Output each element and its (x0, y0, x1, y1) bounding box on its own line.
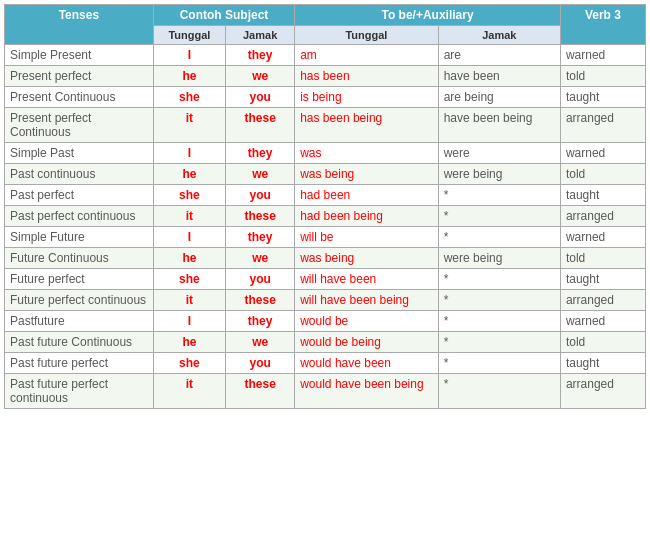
tobe-jamak: * (438, 227, 560, 248)
verb3-value: arranged (560, 206, 645, 227)
tobe-jamak: * (438, 185, 560, 206)
table-row: Future perfectsheyouwill have been*taugh… (5, 269, 646, 290)
tense-name: Past future Continuous (5, 332, 154, 353)
subject-tunggal: I (153, 143, 225, 164)
tobe-tunggal: will have been being (295, 290, 439, 311)
tobe-tunggal: has been (295, 66, 439, 87)
subject-tunggal: it (153, 206, 225, 227)
table-row: Past perfect continuousitthesehad been b… (5, 206, 646, 227)
tobe-jamak: were (438, 143, 560, 164)
subject-tunggal: I (153, 45, 225, 66)
tobe-tunggal: was (295, 143, 439, 164)
tense-name: Present Continuous (5, 87, 154, 108)
subject-tunggal: she (153, 185, 225, 206)
verb3-value: taught (560, 185, 645, 206)
tobe-tunggal: am (295, 45, 439, 66)
verb3-value: told (560, 332, 645, 353)
subject-tunggal: it (153, 374, 225, 409)
tobe-tunggal: would be (295, 311, 439, 332)
subject-tunggal: he (153, 332, 225, 353)
subject-jamak: they (226, 45, 295, 66)
subject-jamak: these (226, 290, 295, 311)
tobe-jamak: have been (438, 66, 560, 87)
table-row: Past perfectsheyouhad been*taught (5, 185, 646, 206)
tobe-jamak: were being (438, 248, 560, 269)
verb3-value: warned (560, 143, 645, 164)
tense-name: Future perfect (5, 269, 154, 290)
tense-name: Simple Present (5, 45, 154, 66)
table-row: Present perfect Continuousitthesehas bee… (5, 108, 646, 143)
subject-jamak: we (226, 66, 295, 87)
tense-name: Present perfect Continuous (5, 108, 154, 143)
sub-tunggal-1: Tunggal (153, 26, 225, 45)
subject-tunggal: she (153, 353, 225, 374)
tobe-jamak: * (438, 290, 560, 311)
subject-jamak: you (226, 269, 295, 290)
tobe-jamak: are (438, 45, 560, 66)
subject-jamak: these (226, 374, 295, 409)
verb3-value: taught (560, 353, 645, 374)
verb3-value: arranged (560, 374, 645, 409)
subject-tunggal: she (153, 269, 225, 290)
table-row: Future perfect continuousitthesewill hav… (5, 290, 646, 311)
subject-jamak: they (226, 311, 295, 332)
tobe-tunggal: is being (295, 87, 439, 108)
tobe-tunggal: was being (295, 164, 439, 185)
tense-name: Past perfect (5, 185, 154, 206)
table-row: Past future Continuoushewewould be being… (5, 332, 646, 353)
table-row: Present perfecthewehas beenhave beentold (5, 66, 646, 87)
tense-name: Simple Future (5, 227, 154, 248)
verb3-value: taught (560, 269, 645, 290)
tense-name: Pastfuture (5, 311, 154, 332)
verb3-value: warned (560, 227, 645, 248)
tobe-jamak: have been being (438, 108, 560, 143)
tense-name: Simple Past (5, 143, 154, 164)
tobe-tunggal: was being (295, 248, 439, 269)
subject-jamak: we (226, 164, 295, 185)
table-row: PastfutureItheywould be*warned (5, 311, 646, 332)
table-row: Past continuoushewewas beingwere beingto… (5, 164, 646, 185)
tobe-tunggal: will have been (295, 269, 439, 290)
header-verb3: Verb 3 (560, 5, 645, 45)
tobe-tunggal: would have been (295, 353, 439, 374)
subject-tunggal: I (153, 311, 225, 332)
subject-tunggal: he (153, 248, 225, 269)
subject-tunggal: she (153, 87, 225, 108)
verb3-value: taught (560, 87, 645, 108)
tobe-tunggal: would have been being (295, 374, 439, 409)
subject-jamak: you (226, 87, 295, 108)
tense-name: Past perfect continuous (5, 206, 154, 227)
tobe-jamak: * (438, 353, 560, 374)
tobe-jamak: were being (438, 164, 560, 185)
subject-tunggal: I (153, 227, 225, 248)
tobe-jamak: * (438, 269, 560, 290)
verb3-value: told (560, 248, 645, 269)
subject-jamak: they (226, 143, 295, 164)
header-tenses: Tenses (5, 5, 154, 45)
verb3-value: arranged (560, 108, 645, 143)
tobe-jamak: * (438, 206, 560, 227)
subject-tunggal: he (153, 66, 225, 87)
verb3-value: arranged (560, 290, 645, 311)
header-contoh-subject: Contoh Subject (153, 5, 294, 26)
subject-jamak: these (226, 206, 295, 227)
table-row: Present Continuoussheyouis beingare bein… (5, 87, 646, 108)
header-tobe: To be/+Auxiliary (295, 5, 561, 26)
tense-name: Past future perfect continuous (5, 374, 154, 409)
subject-jamak: we (226, 248, 295, 269)
table-row: Simple FutureItheywill be*warned (5, 227, 646, 248)
tobe-jamak: * (438, 332, 560, 353)
table-row: Future Continuoushewewas beingwere being… (5, 248, 646, 269)
tobe-tunggal: would be being (295, 332, 439, 353)
table-row: Past future perfectsheyouwould have been… (5, 353, 646, 374)
tenses-table: Tenses Contoh Subject To be/+Auxiliary V… (4, 4, 646, 409)
subject-tunggal: it (153, 108, 225, 143)
verb3-value: told (560, 164, 645, 185)
verb3-value: warned (560, 311, 645, 332)
verb3-value: told (560, 66, 645, 87)
sub-jamak-1: Jamak (226, 26, 295, 45)
tobe-jamak: * (438, 374, 560, 409)
table-row: Simple PresentItheyamarewarned (5, 45, 646, 66)
tobe-tunggal: has been being (295, 108, 439, 143)
subject-jamak: you (226, 185, 295, 206)
